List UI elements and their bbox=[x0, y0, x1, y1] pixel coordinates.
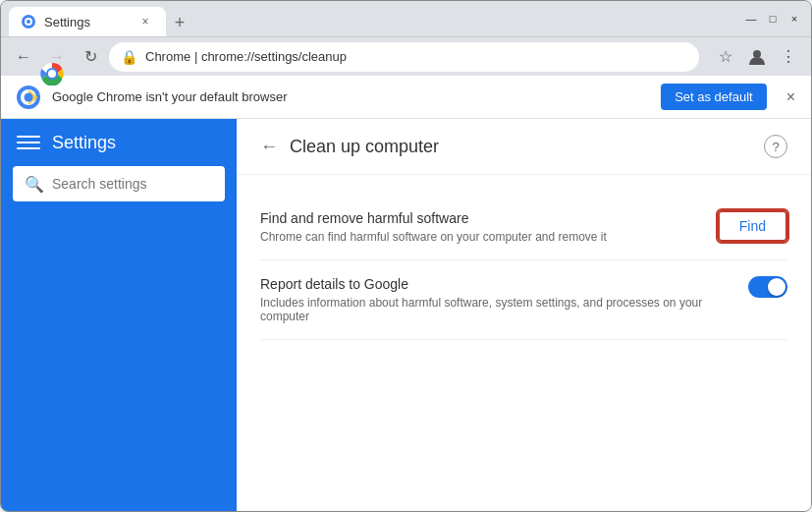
chrome-logo bbox=[17, 85, 40, 109]
page-title: Clean up computer bbox=[290, 137, 439, 157]
hamburger-menu[interactable] bbox=[17, 131, 40, 154]
svg-point-3 bbox=[753, 50, 761, 58]
find-software-row: Find and remove harmful software Chrome … bbox=[260, 195, 787, 260]
nav-icons-right: ☆ ⋮ bbox=[711, 42, 803, 72]
report-details-toggle[interactable] bbox=[748, 276, 787, 298]
title-bar: Settings × + — □ × bbox=[1, 1, 811, 36]
nav-bar: ← → ↻ 🔒 Chrome | chrome://settings/clean… bbox=[1, 36, 811, 76]
find-software-title: Find and remove harmful software bbox=[260, 210, 694, 226]
set-default-button[interactable]: Set as default bbox=[661, 84, 767, 110]
close-button[interactable]: × bbox=[785, 10, 803, 28]
new-tab-button[interactable]: + bbox=[166, 9, 193, 36]
find-software-desc: Chrome can find harmful software on your… bbox=[260, 230, 694, 244]
report-details-title: Report details to Google bbox=[260, 276, 725, 292]
find-button[interactable]: Find bbox=[718, 210, 787, 242]
help-icon[interactable]: ? bbox=[764, 135, 787, 158]
banner-message: Google Chrome isn't your default browser bbox=[52, 89, 649, 104]
report-details-info: Report details to Google Includes inform… bbox=[260, 276, 725, 323]
toggle-knob bbox=[768, 278, 785, 296]
search-icon: 🔍 bbox=[25, 175, 44, 194]
lock-icon: 🔒 bbox=[121, 49, 137, 65]
find-software-info: Find and remove harmful software Chrome … bbox=[260, 210, 694, 244]
content-header: ← Clean up computer ? bbox=[237, 119, 811, 175]
profile-button[interactable] bbox=[742, 42, 772, 72]
address-text: Chrome | chrome://settings/cleanup bbox=[145, 49, 687, 64]
tab-title: Settings bbox=[44, 15, 90, 29]
url-path: chrome://settings/cleanup bbox=[201, 49, 347, 64]
sidebar-header: Settings bbox=[1, 119, 237, 166]
default-browser-banner: Google Chrome isn't your default browser… bbox=[1, 76, 811, 119]
address-separator: | bbox=[194, 49, 201, 64]
back-arrow-button[interactable]: ← bbox=[260, 137, 278, 157]
browser-window: Settings × + — □ × ← → ↻ 🔒 Chrome | chro… bbox=[0, 0, 812, 512]
bookmark-button[interactable]: ☆ bbox=[711, 42, 740, 72]
report-details-row: Report details to Google Includes inform… bbox=[260, 260, 787, 340]
tab-favicon bbox=[21, 14, 36, 29]
minimize-button[interactable]: — bbox=[742, 10, 760, 28]
sidebar: Settings 🔍 bbox=[1, 119, 237, 511]
tab-area: Settings × + bbox=[9, 1, 734, 36]
banner-close-button[interactable]: × bbox=[786, 88, 795, 106]
back-nav: ← Clean up computer bbox=[260, 137, 439, 157]
site-name: Chrome bbox=[145, 49, 190, 64]
tab-close-button[interactable]: × bbox=[136, 13, 154, 30]
refresh-button[interactable]: ↻ bbox=[76, 42, 105, 72]
address-bar[interactable]: 🔒 Chrome | chrome://settings/cleanup bbox=[109, 42, 699, 72]
menu-button[interactable]: ⋮ bbox=[774, 42, 803, 72]
search-input[interactable] bbox=[52, 176, 224, 192]
sidebar-title: Settings bbox=[52, 133, 116, 153]
maximize-button[interactable]: □ bbox=[764, 10, 782, 28]
content-body: Find and remove harmful software Chrome … bbox=[237, 175, 811, 360]
toggle-container bbox=[748, 276, 787, 298]
window-controls: — □ × bbox=[742, 10, 803, 28]
svg-point-10 bbox=[48, 70, 56, 78]
svg-point-2 bbox=[27, 20, 30, 24]
main-content: ← Clean up computer ? Find and remove ha… bbox=[237, 119, 811, 511]
find-button-container: Find bbox=[718, 210, 787, 242]
svg-point-6 bbox=[25, 92, 33, 101]
back-button[interactable]: ← bbox=[9, 42, 38, 72]
search-bar[interactable]: 🔍 bbox=[13, 166, 225, 201]
settings-layout: Settings 🔍 ← Clean up computer ? Fin bbox=[1, 119, 811, 511]
active-tab[interactable]: Settings × bbox=[9, 7, 166, 36]
report-details-desc: Includes information about harmful softw… bbox=[260, 296, 725, 323]
